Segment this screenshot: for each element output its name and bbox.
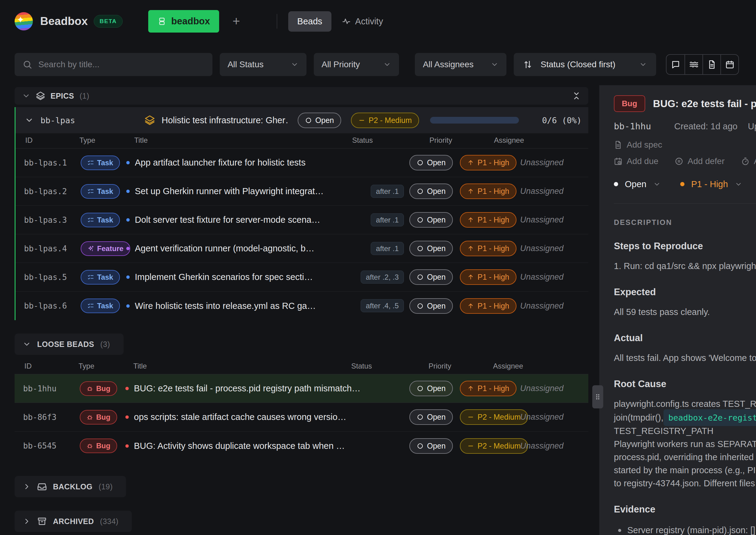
table-row[interactable]: bb-lpas.4 Feature Agent verification run…	[15, 234, 588, 263]
inline-code-chip: beadbox-e2e-registry	[663, 409, 756, 426]
table-row[interactable]: bb-lpas.6 Task Wire holistic tests into …	[15, 292, 588, 320]
status-filter-dropdown[interactable]: All Status	[220, 53, 306, 76]
add-due-link[interactable]: Add due	[614, 156, 658, 166]
open-circle-icon	[305, 117, 312, 124]
panel-resize-handle[interactable]	[592, 385, 603, 408]
add-estimate-link[interactable]: Add estim	[741, 156, 756, 166]
epic-layers-icon	[145, 115, 155, 126]
status-pill[interactable]: Open	[409, 298, 453, 314]
section-header-backlog[interactable]: BACKLOG (19)	[14, 476, 126, 497]
tab-beads-label: Beads	[297, 16, 322, 26]
type-badge-bug: Bug	[80, 381, 117, 396]
waves-view-button[interactable]	[685, 55, 702, 74]
detail-title-row: Bug BUG: e2e tests fail - pro	[614, 95, 756, 112]
section-count-archived: (334)	[100, 517, 119, 526]
chevron-down-icon	[639, 61, 647, 69]
status-pill[interactable]: Open	[409, 212, 453, 228]
arrow-up-icon	[467, 159, 474, 166]
topbar: ✦ Beadbox BETA beadbox + Beads Activity	[0, 0, 756, 42]
priority-pill[interactable]: P1 - High	[460, 298, 517, 314]
table-row[interactable]: bb-lpas.2 Task Set up Gherkin runner wit…	[15, 177, 588, 206]
expected-heading: Expected	[614, 287, 756, 297]
tab-activity[interactable]: Activity	[342, 16, 383, 26]
tab-beads[interactable]: Beads	[288, 11, 331, 32]
add-spec-link[interactable]: Add spec	[614, 140, 662, 150]
pause-circle-icon	[675, 157, 683, 166]
status-pill[interactable]: Open	[409, 241, 453, 256]
dependency-chip: after .2, .3	[361, 270, 404, 284]
status-pill[interactable]: Open	[409, 269, 453, 285]
collapse-all-button[interactable]	[572, 91, 581, 100]
calendar-view-button[interactable]	[720, 55, 738, 74]
open-circle-icon	[417, 159, 424, 166]
open-circle-icon	[417, 273, 424, 281]
priority-pill[interactable]: P2 - Medium	[460, 438, 528, 454]
arrow-up-icon	[467, 216, 474, 223]
priority-pill[interactable]: P1 - High	[460, 155, 517, 170]
bead-id: bb-lpas.3	[24, 215, 81, 225]
type-badge-task: Task	[81, 270, 120, 285]
sort-value: Status (Closed first)	[541, 60, 631, 70]
chevron-down-icon	[490, 61, 498, 69]
bead-id: bb-86f3	[23, 413, 80, 422]
status-dot	[126, 275, 130, 279]
assignees-filter-dropdown[interactable]: All Assignees	[415, 53, 506, 76]
status-pill[interactable]: Open	[409, 438, 453, 454]
search-input[interactable]	[38, 60, 205, 70]
workspace-tab-beadbox[interactable]: beadbox	[148, 10, 219, 33]
search-box[interactable]	[14, 53, 212, 76]
sparkle-icon: ✦	[17, 15, 24, 24]
priority-pill[interactable]: P1 - High	[460, 381, 517, 396]
table-row[interactable]: bb-86f3 Bug ops scripts: stale artifact …	[14, 403, 588, 432]
section-header-loose-beads[interactable]: LOOSE BEADS (3)	[14, 333, 124, 355]
description-section-label: DESCRIPTION	[614, 218, 756, 227]
steps-body: 1. Run: cd qa1/src && npx playwright	[614, 260, 756, 273]
epic-priority-pill[interactable]: P2 - Medium	[351, 113, 419, 128]
status-pill[interactable]: Open	[409, 155, 453, 170]
priority-pill[interactable]: P1 - High	[460, 183, 517, 199]
priority-filter-value: All Priority	[322, 60, 360, 70]
open-circle-icon	[417, 216, 424, 223]
table-row[interactable]: bb-lpas.3 Task Dolt server test fixture …	[15, 206, 588, 234]
epic-row[interactable]: bb-lpas Holistic test infrastructure: Gh…	[15, 107, 588, 133]
comments-button[interactable]	[666, 55, 685, 74]
open-circle-icon	[417, 442, 424, 449]
bead-title: ops scripts: stale artifact cache causes…	[134, 412, 346, 422]
assignees-filter-value: All Assignees	[423, 60, 474, 70]
type-badge-bug: Bug	[80, 438, 117, 453]
priority-pill[interactable]: P1 - High	[460, 269, 517, 285]
add-workspace-button[interactable]: +	[233, 15, 240, 28]
section-header-epics[interactable]: EPICS (1)	[14, 87, 588, 105]
epic-title: Holistic test infrastructure: Gher…	[162, 115, 289, 126]
assignee: Unassigned	[520, 244, 581, 253]
bug-icon	[86, 442, 93, 449]
table-header: ID Type Title Status Priority Assignee	[14, 359, 588, 374]
status-pill[interactable]: Open	[409, 381, 453, 396]
app-logo: ✦	[14, 12, 33, 30]
type-badge-feature: Feature	[81, 241, 130, 256]
table-header: ID Type Title Status Priority Assignee	[15, 133, 588, 149]
file-text-icon	[707, 60, 716, 69]
table-row[interactable]: bb-6545 Bug BUG: Activity shows duplicat…	[14, 432, 588, 460]
sort-dropdown[interactable]: Status (Closed first)	[514, 53, 656, 76]
table-row-selected[interactable]: bb-1hhu Bug BUG: e2e tests fail - proces…	[14, 374, 588, 403]
table-row[interactable]: bb-lpas.1 Task App artifact launcher fix…	[15, 149, 588, 177]
priority-pill[interactable]: P2 - Medium	[460, 409, 528, 425]
add-defer-link[interactable]: Add defer	[675, 156, 724, 166]
status-pill[interactable]: Open	[409, 409, 453, 425]
priority-pill[interactable]: P1 - High	[460, 241, 517, 256]
root-cause-paragraph: playwright.config.ts creates TEST_RE joi…	[614, 397, 756, 490]
bead-id: bb-lpas.4	[24, 244, 81, 253]
task-checklist-icon	[87, 159, 94, 166]
table-row[interactable]: bb-lpas.5 Task Implement Gherkin scenari…	[15, 263, 588, 292]
status-pill[interactable]: Open	[409, 183, 453, 199]
section-header-archived[interactable]: ARCHIVED (334)	[14, 511, 132, 532]
beta-badge: BETA	[94, 15, 122, 28]
section-label-epics: EPICS	[50, 92, 74, 100]
detail-status-dropdown[interactable]: Open	[625, 179, 646, 189]
detail-priority-dropdown[interactable]: P1 - High	[691, 179, 728, 189]
document-view-button[interactable]	[702, 55, 720, 74]
epic-status-pill[interactable]: Open	[298, 113, 341, 128]
priority-pill[interactable]: P1 - High	[460, 212, 517, 228]
priority-filter-dropdown[interactable]: All Priority	[314, 53, 399, 76]
